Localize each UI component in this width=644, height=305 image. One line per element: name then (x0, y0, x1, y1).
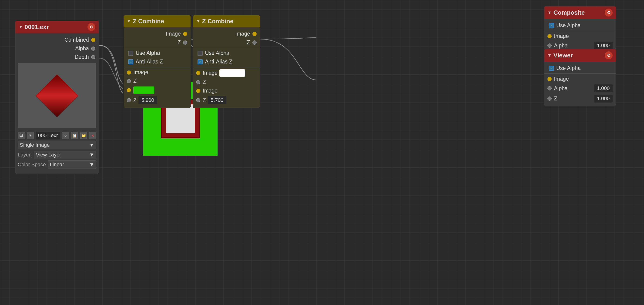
socket-depth: Depth (15, 53, 99, 61)
viewer-in-image: Image (544, 75, 616, 83)
zc2-in-image1-dot[interactable] (196, 71, 200, 75)
zc2-use-alpha-row: Use Alpha (193, 49, 260, 57)
layer-label: Layer: (18, 152, 32, 158)
color-space-chevron: ▼ (89, 162, 94, 168)
viewer-alpha-label: Use Alpha (556, 65, 581, 71)
zc2-in-z1-label: Z (203, 79, 206, 85)
viewer-alpha-label2: Alpha (554, 85, 594, 92)
zc1-in-image1-label: Image (133, 69, 148, 75)
zc2-in-z2-dot[interactable] (196, 98, 200, 102)
image-type-chevron: ▼ (89, 142, 94, 148)
layer-row: Layer: View Layer ▼ (18, 151, 96, 159)
zc2-out-z-dot[interactable] (252, 40, 256, 45)
composite-alpha-check[interactable]: ✓ (549, 23, 554, 28)
zcombine1-title: Z Combine (133, 18, 164, 25)
zcombine1-body: Image Z Use Alpha ✓ Anti-Alias Z Image Z (124, 27, 190, 108)
zc2-anti-alias-check[interactable]: ✓ (198, 59, 203, 64)
zcombine2-body: Image Z Use Alpha ✓ Anti-Alias Z Image Z (193, 27, 260, 108)
composite-header: ▼ Composite ⊙ (544, 6, 616, 19)
collapse-triangle-2[interactable]: ▼ (196, 19, 200, 24)
zc2-out-z-label: Z (247, 39, 250, 45)
image-preview (18, 63, 96, 128)
zc2-use-alpha-check[interactable] (198, 51, 203, 56)
composite-alpha-dot[interactable] (548, 43, 552, 48)
zc1-anti-alias-check[interactable]: ✓ (128, 59, 133, 64)
socket-combined-dot[interactable] (91, 38, 96, 42)
viewer-image-dot[interactable] (548, 77, 552, 81)
image-icon-btn[interactable]: 🖼 (18, 132, 25, 139)
image-node: ▼ 0001.exr ⊙ Combined Alpha Depth (15, 20, 99, 174)
zc1-in-image2-dot[interactable] (127, 88, 131, 92)
zc2-white-color-box[interactable] (220, 69, 245, 77)
viewer-in-z: Z 1.000 (544, 93, 616, 104)
zcombine2-header: ▼ Z Combine (193, 15, 260, 27)
zc2-anti-alias-label: Anti-Alias Z (205, 59, 232, 65)
composite-in-image: Image (544, 32, 616, 40)
composite-title: Composite (554, 9, 585, 16)
socket-depth-dot[interactable] (91, 55, 96, 59)
image-type-row: Single Image ▼ (18, 141, 96, 149)
close-btn[interactable]: ✕ (89, 132, 96, 139)
layer-select[interactable]: View Layer ▼ (34, 151, 96, 159)
zc1-in-z2-label: Z (133, 97, 136, 103)
image-controls: 🖼 ▼ 0001.exr 🛡 📋 📁 ✕ Single Image ▼ Laye… (15, 130, 99, 172)
viewer-in-alpha: Alpha 1.000 (544, 83, 616, 93)
zc1-in-z1: Z (124, 77, 190, 85)
viewer-collapse[interactable]: ▼ (548, 53, 552, 58)
viewer-icon: ⊙ (605, 51, 612, 59)
zc2-anti-alias-row: ✓ Anti-Alias Z (193, 57, 260, 66)
color-space-value: Linear (50, 162, 64, 168)
socket-alpha-dot[interactable] (91, 46, 96, 51)
node-icon: ⊙ (88, 23, 96, 31)
zc2-in-z1: Z (193, 78, 260, 86)
copy-btn[interactable]: 📋 (71, 132, 78, 139)
zc1-out-z-dot[interactable] (183, 40, 187, 45)
preview-image (27, 65, 87, 126)
zc2-in-image2-label: Image (203, 88, 218, 94)
zc1-use-alpha-row: Use Alpha (124, 49, 190, 57)
composite-alpha-label2: Alpha (554, 42, 594, 49)
zcombine2-title: Z Combine (202, 18, 233, 25)
zc2-in-z1-dot[interactable] (196, 80, 200, 84)
shield-btn[interactable]: 🛡 (62, 132, 69, 139)
collapse-triangle-1[interactable]: ▼ (127, 19, 131, 24)
color-space-select[interactable]: Linear ▼ (48, 160, 96, 169)
filename-row: 🖼 ▼ 0001.exr 🛡 📋 📁 ✕ (18, 132, 96, 139)
zc1-z-value[interactable]: 5.900 (138, 96, 157, 104)
zc2-out-image-dot[interactable] (252, 32, 256, 36)
viewer-use-alpha: ✓ Use Alpha (544, 64, 616, 72)
dropdown-btn[interactable]: ▼ (27, 132, 34, 139)
viewer-alpha-dot[interactable] (548, 86, 552, 90)
viewer-alpha-check[interactable]: ✓ (549, 66, 554, 71)
viewer-z-label: Z (554, 95, 594, 102)
composite-collapse[interactable]: ▼ (548, 10, 552, 15)
collapse-triangle[interactable]: ▼ (18, 25, 23, 29)
zc2-out-z: Z (193, 38, 260, 47)
viewer-alpha-val[interactable]: 1.000 (594, 84, 612, 92)
zc1-in-image1: Image (124, 68, 190, 77)
zc2-out-image: Image (193, 29, 260, 38)
zc2-in-image2-dot[interactable] (196, 89, 200, 93)
viewer-z-val[interactable]: 1.000 (594, 95, 612, 102)
zc2-z-value[interactable]: 5.700 (208, 96, 226, 104)
zc1-out-z-label: Z (178, 39, 181, 45)
composite-image-dot[interactable] (548, 34, 552, 38)
zc1-anti-alias-row: ✓ Anti-Alias Z (124, 57, 190, 66)
socket-depth-label: Depth (75, 54, 89, 60)
zc1-out-image-dot[interactable] (183, 32, 187, 36)
folder-btn[interactable]: 📁 (80, 132, 88, 139)
viewer-z-dot[interactable] (548, 96, 552, 101)
zc1-green-color-box[interactable] (133, 86, 154, 94)
zc1-in-z1-dot[interactable] (127, 79, 131, 83)
zc2-use-alpha-label: Use Alpha (205, 50, 230, 56)
zc1-in-z2-dot[interactable] (127, 98, 131, 102)
composite-alpha-val[interactable]: 1.000 (594, 42, 612, 49)
composite-image-label: Image (554, 33, 569, 39)
svg-rect-0 (36, 74, 78, 117)
layer-value: View Layer (36, 152, 61, 158)
color-space-row: Color Space Linear ▼ (18, 160, 96, 169)
zc1-in-image2 (124, 85, 190, 95)
zc1-use-alpha-check[interactable] (128, 51, 133, 56)
image-type-select[interactable]: Single Image ▼ (18, 141, 96, 149)
zc1-in-image1-dot[interactable] (127, 70, 131, 75)
